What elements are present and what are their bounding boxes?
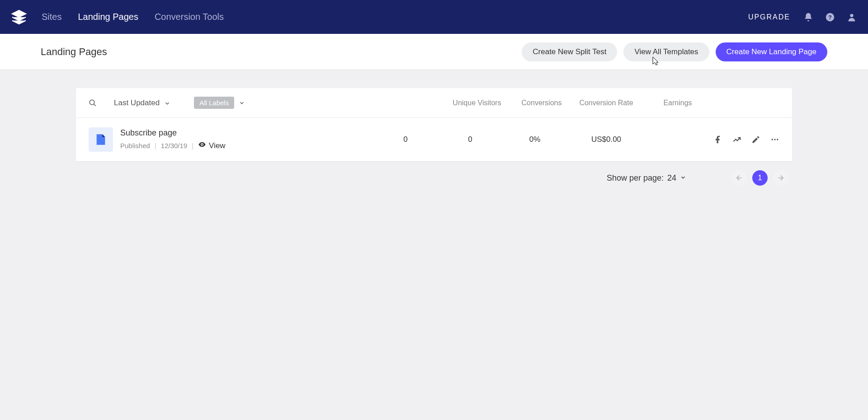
svg-point-6 bbox=[772, 139, 773, 140]
table-row: Subscribe page Published | 12/30/19 | Vi… bbox=[76, 118, 792, 161]
help-icon[interactable]: ? bbox=[825, 12, 835, 23]
svg-point-8 bbox=[777, 139, 778, 140]
col-header-rate: Conversion Rate bbox=[572, 99, 640, 107]
create-split-test-button[interactable]: Create New Split Test bbox=[522, 42, 617, 61]
stat-visitors: 0 bbox=[372, 135, 439, 144]
svg-point-2 bbox=[850, 14, 853, 17]
eye-icon bbox=[198, 140, 206, 151]
edit-icon[interactable] bbox=[751, 135, 760, 144]
facebook-icon[interactable] bbox=[713, 135, 722, 144]
nav-tab-conversion-tools[interactable]: Conversion Tools bbox=[155, 12, 224, 22]
page-controls: 1 bbox=[731, 170, 788, 186]
stat-rate: 0% bbox=[501, 135, 569, 144]
row-info: Subscribe page Published | 12/30/19 | Vi… bbox=[120, 128, 226, 151]
per-page-value: 24 bbox=[667, 173, 676, 183]
svg-line-4 bbox=[94, 104, 96, 106]
view-label: View bbox=[209, 141, 226, 150]
page-name[interactable]: Subscribe page bbox=[120, 128, 226, 138]
svg-point-7 bbox=[774, 139, 775, 140]
create-new-landing-page-button[interactable]: Create New Landing Page bbox=[716, 42, 827, 61]
label-filter-value: All Labels bbox=[194, 97, 234, 109]
nav-icons-group: ? bbox=[803, 12, 857, 23]
nav-tabs: Sites Landing Pages Conversion Tools bbox=[42, 12, 224, 22]
bell-icon[interactable] bbox=[803, 12, 814, 23]
per-page-label: Show per page: bbox=[607, 173, 664, 183]
page-thumbnail[interactable] bbox=[89, 127, 113, 152]
separator: | bbox=[155, 142, 156, 149]
nav-tab-sites[interactable]: Sites bbox=[42, 12, 61, 22]
sub-header-buttons: Create New Split Test View All Templates… bbox=[522, 42, 827, 61]
search-icon[interactable] bbox=[89, 99, 97, 107]
nav-tab-landing-pages[interactable]: Landing Pages bbox=[78, 12, 138, 22]
row-actions bbox=[712, 135, 779, 144]
col-header-earnings: Earnings bbox=[644, 99, 712, 107]
chevron-down-icon bbox=[164, 100, 170, 106]
stat-conversions: 0 bbox=[443, 135, 497, 144]
user-icon[interactable] bbox=[846, 12, 857, 23]
svg-text:?: ? bbox=[828, 14, 832, 20]
col-header-conversions: Conversions bbox=[514, 99, 569, 107]
svg-point-3 bbox=[90, 100, 94, 105]
table-controls-row: Last Updated All Labels Unique Visitors … bbox=[76, 88, 792, 118]
page-title: Landing Pages bbox=[41, 46, 107, 58]
label-filter-dropdown[interactable]: All Labels bbox=[194, 97, 245, 109]
sort-dropdown[interactable]: Last Updated bbox=[114, 98, 170, 107]
view-all-templates-button[interactable]: View All Templates bbox=[623, 42, 709, 61]
top-nav: Sites Landing Pages Conversion Tools UPG… bbox=[0, 0, 868, 34]
next-page-button[interactable] bbox=[773, 170, 788, 186]
landing-pages-table: Last Updated All Labels Unique Visitors … bbox=[76, 88, 792, 161]
chevron-down-icon bbox=[680, 173, 686, 183]
upgrade-link[interactable]: UPGRADE bbox=[748, 13, 790, 21]
stat-earnings: US$0.00 bbox=[572, 135, 640, 144]
page-meta: Published | 12/30/19 | View bbox=[120, 140, 226, 151]
separator: | bbox=[192, 142, 193, 149]
page-status: Published bbox=[120, 142, 150, 149]
page-number-current[interactable]: 1 bbox=[752, 170, 768, 186]
app-logo[interactable] bbox=[11, 9, 27, 25]
analytics-icon[interactable] bbox=[732, 135, 741, 144]
col-header-visitors: Unique Visitors bbox=[443, 99, 511, 107]
prev-page-button[interactable] bbox=[731, 170, 747, 186]
sub-header: Landing Pages Create New Split Test View… bbox=[0, 34, 868, 70]
row-stats: 0 0 0% US$0.00 bbox=[226, 135, 779, 144]
chevron-down-icon bbox=[239, 100, 245, 106]
page-date: 12/30/19 bbox=[161, 142, 187, 149]
main-content: Last Updated All Labels Unique Visitors … bbox=[0, 70, 868, 186]
more-icon[interactable] bbox=[770, 135, 779, 144]
svg-point-5 bbox=[202, 144, 203, 145]
pagination-bar: Show per page: 24 1 bbox=[76, 161, 792, 186]
sort-label: Last Updated bbox=[114, 98, 160, 107]
per-page-dropdown[interactable]: Show per page: 24 bbox=[607, 173, 686, 183]
view-link[interactable]: View bbox=[198, 140, 226, 151]
column-headers: Unique Visitors Conversions Conversion R… bbox=[245, 99, 779, 107]
